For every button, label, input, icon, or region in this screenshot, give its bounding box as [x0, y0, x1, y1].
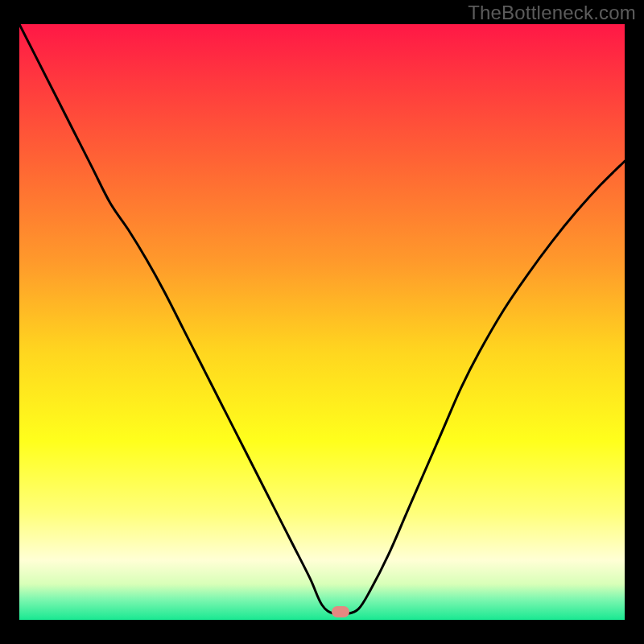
optimal-marker [332, 606, 349, 617]
watermark-text: TheBottleneck.com [468, 2, 636, 24]
gradient-background [19, 24, 625, 620]
chart-frame: TheBottleneck.com [0, 0, 644, 644]
chart-svg [19, 24, 625, 620]
plot-area [19, 24, 625, 620]
